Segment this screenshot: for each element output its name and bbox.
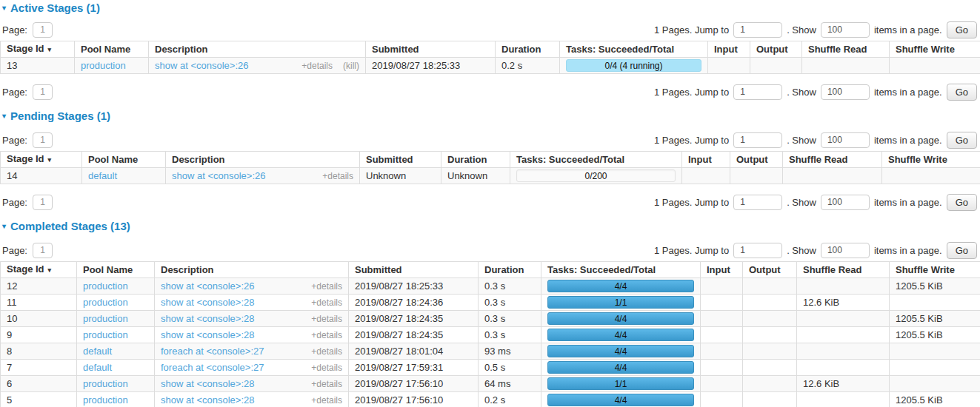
details-toggle[interactable]: +details — [311, 312, 342, 326]
jump-to-input[interactable] — [733, 84, 782, 100]
duration-cell: 0.2 s — [479, 392, 541, 407]
column-header-input[interactable]: Input — [701, 262, 743, 278]
column-header-input[interactable]: Input — [708, 41, 750, 58]
column-header-shuffle-write[interactable]: Shuffle Write — [890, 262, 980, 278]
go-button[interactable]: Go — [947, 242, 977, 259]
completed-stages-table: Stage Id▾Pool NameDescriptionSubmittedDu… — [0, 261, 980, 407]
show-count-input[interactable] — [821, 195, 870, 210]
column-header-shuffle-read[interactable]: Shuffle Read — [783, 152, 882, 168]
kill-link[interactable]: (kill) — [343, 58, 359, 73]
pagination-controls: 1 Pages. Jump to . Show items in a page.… — [654, 84, 977, 101]
description-link[interactable]: show at <console>:26 — [155, 58, 248, 73]
shuffle-write-cell: 1205.5 KiB — [890, 311, 980, 327]
description-link[interactable]: foreach at <console>:27 — [161, 360, 264, 375]
go-button[interactable]: Go — [947, 194, 977, 211]
pool-link[interactable]: production — [83, 280, 128, 292]
pool-link[interactable]: production — [83, 297, 128, 308]
jump-to-input[interactable] — [733, 195, 782, 210]
details-toggle[interactable]: +details — [301, 58, 333, 73]
description-link[interactable]: show at <console>:28 — [161, 295, 254, 310]
description-link[interactable]: show at <console>:28 — [161, 377, 254, 391]
page-number-input[interactable] — [33, 132, 53, 148]
column-header-output[interactable]: Output — [743, 262, 797, 278]
section-header-active-stages[interactable]: ▾ Active Stages (1) — [2, 1, 980, 14]
column-header-stage-id[interactable]: Stage Id▾ — [1, 152, 82, 168]
column-header-tasks-succeeded-total[interactable]: Tasks: Succeeded/Total — [560, 41, 708, 58]
column-header-submitted[interactable]: Submitted — [349, 262, 479, 278]
column-header-description[interactable]: Description — [155, 262, 349, 278]
page-number-input[interactable] — [33, 84, 53, 100]
pages-info-text: 1 Pages. Jump to — [654, 24, 729, 36]
pool-link[interactable]: production — [83, 394, 128, 406]
go-button[interactable]: Go — [947, 21, 977, 38]
details-toggle[interactable]: +details — [322, 169, 353, 184]
details-toggle[interactable]: +details — [311, 344, 342, 359]
stage-row: 14defaultshow at <console>:26+detailsUnk… — [1, 168, 980, 184]
column-label: Output — [749, 264, 781, 275]
pool-link[interactable]: default — [83, 346, 112, 357]
page-number-input[interactable] — [33, 195, 53, 210]
section-header-completed-stages[interactable]: ▾ Completed Stages (13) — [2, 220, 980, 232]
details-toggle[interactable]: +details — [311, 360, 342, 375]
column-header-output[interactable]: Output — [750, 41, 802, 58]
show-count-input[interactable] — [821, 84, 870, 100]
description-link[interactable]: show at <console>:28 — [161, 312, 254, 326]
column-header-shuffle-read[interactable]: Shuffle Read — [802, 41, 890, 58]
tasks-cell: 4/4 — [541, 311, 701, 327]
pool-link[interactable]: default — [83, 362, 112, 373]
column-header-description[interactable]: Description — [166, 152, 360, 168]
jump-to-input[interactable] — [733, 132, 782, 148]
shuffle-write-cell — [890, 360, 980, 376]
column-header-stage-id[interactable]: Stage Id▾ — [1, 41, 75, 58]
column-header-shuffle-write[interactable]: Shuffle Write — [882, 152, 980, 168]
column-header-tasks-succeeded-total[interactable]: Tasks: Succeeded/Total — [510, 152, 682, 168]
tasks-cell: 4/4 — [541, 327, 701, 343]
show-count-input[interactable] — [821, 132, 870, 148]
details-toggle[interactable]: +details — [311, 377, 342, 391]
show-count-input[interactable] — [821, 243, 870, 258]
show-count-input[interactable] — [821, 22, 870, 38]
column-header-shuffle-write[interactable]: Shuffle Write — [890, 41, 980, 58]
description-link[interactable]: show at <console>:26 — [161, 279, 254, 294]
details-toggle[interactable]: +details — [311, 295, 342, 310]
jump-to-input[interactable] — [733, 22, 782, 38]
column-header-pool-name[interactable]: Pool Name — [75, 41, 149, 58]
column-header-description[interactable]: Description — [149, 41, 366, 58]
column-header-submitted[interactable]: Submitted — [360, 152, 441, 168]
description-link[interactable]: show at <console>:28 — [161, 328, 254, 343]
column-header-stage-id[interactable]: Stage Id▾ — [1, 262, 77, 278]
details-toggle[interactable]: +details — [311, 328, 342, 343]
go-button[interactable]: Go — [947, 132, 977, 149]
pool-link[interactable]: production — [83, 378, 128, 389]
description-wrap: show at <console>:26+details — [172, 169, 353, 184]
description-link[interactable]: show at <console>:26 — [172, 169, 265, 184]
details-toggle[interactable]: +details — [311, 279, 342, 294]
column-header-output[interactable]: Output — [730, 152, 783, 168]
pool-link[interactable]: production — [83, 313, 128, 324]
jump-to-input[interactable] — [733, 243, 782, 258]
description-link[interactable]: show at <console>:28 — [161, 393, 254, 407]
column-header-submitted[interactable]: Submitted — [366, 41, 496, 58]
description-link[interactable]: foreach at <console>:27 — [161, 344, 264, 359]
page-number-input[interactable] — [33, 22, 53, 38]
details-toggle[interactable]: +details — [311, 393, 342, 407]
task-progress-bar: 1/1 — [547, 377, 694, 390]
column-header-input[interactable]: Input — [682, 152, 730, 168]
page-selector: Page: — [2, 84, 53, 100]
column-header-pool-name[interactable]: Pool Name — [82, 152, 166, 168]
go-button[interactable]: Go — [947, 84, 977, 101]
pool-link[interactable]: default — [88, 170, 117, 181]
column-header-duration[interactable]: Duration — [496, 41, 560, 58]
pool-link[interactable]: production — [83, 329, 128, 340]
column-header-duration[interactable]: Duration — [441, 152, 510, 168]
column-header-pool-name[interactable]: Pool Name — [77, 262, 155, 278]
description-actions: +details — [311, 312, 342, 326]
column-header-tasks-succeeded-total[interactable]: Tasks: Succeeded/Total — [541, 262, 701, 278]
column-header-shuffle-read[interactable]: Shuffle Read — [797, 262, 890, 278]
section-header-pending-stages[interactable]: ▾ Pending Stages (1) — [2, 110, 980, 122]
input-cell — [701, 360, 743, 376]
pool-link[interactable]: production — [81, 60, 126, 71]
page-number-input[interactable] — [33, 243, 53, 258]
stage-id-cell: 8 — [1, 343, 77, 360]
column-header-duration[interactable]: Duration — [479, 262, 541, 278]
